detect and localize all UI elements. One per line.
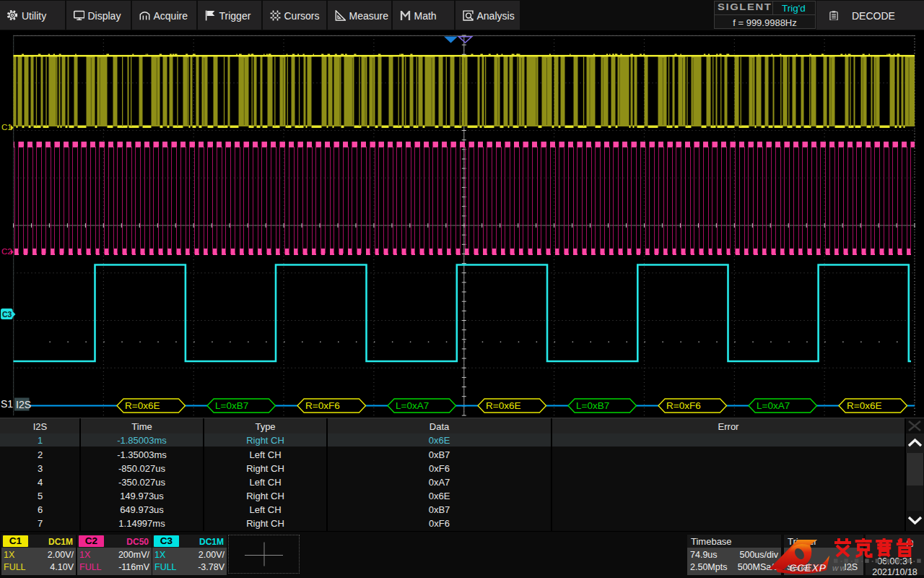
svg-text:L=0xA7: L=0xA7 — [396, 400, 429, 411]
svg-text:R=0xF6: R=0xF6 — [666, 400, 701, 411]
svg-text:R=0x6E: R=0x6E — [125, 400, 160, 411]
svg-text:R=0xF6: R=0xF6 — [305, 400, 340, 411]
svg-text:C3: C3 — [2, 310, 12, 319]
svg-text:R=0x6E: R=0x6E — [847, 400, 881, 411]
svg-text:I2S: I2S — [16, 399, 31, 410]
svg-text:www: www — [832, 564, 855, 572]
svg-text:C2: C2 — [1, 247, 12, 256]
svg-text:R=0x6E: R=0x6E — [486, 400, 520, 411]
svg-text:C1: C1 — [1, 123, 12, 131]
svg-text:L=0xB7: L=0xB7 — [215, 400, 248, 411]
svg-text:S1: S1 — [1, 398, 13, 410]
svg-text:L=0xB7: L=0xB7 — [576, 400, 609, 411]
svg-text:L=0xA7: L=0xA7 — [757, 400, 790, 411]
svg-text:CCEXP: CCEXP — [789, 562, 826, 574]
